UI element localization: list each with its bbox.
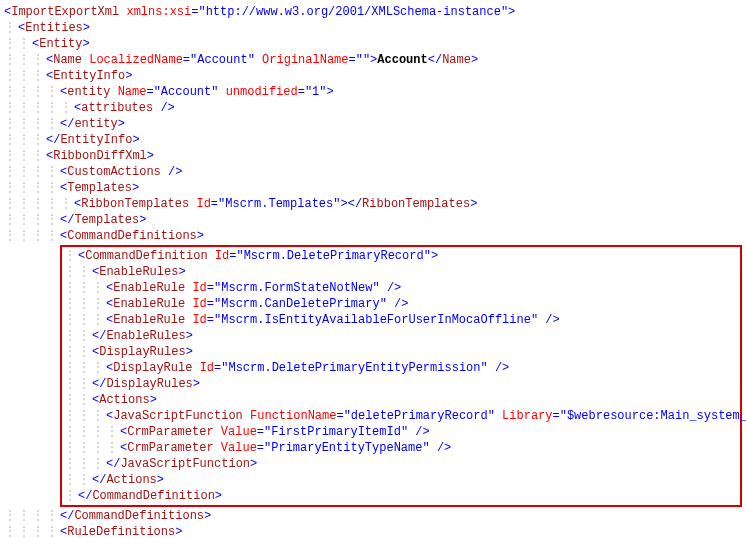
xml-line: ⋮⋮⋮<EnableRule Id="Mscrm.CanDeletePrimar… — [64, 296, 738, 312]
xml-line: ⋮⋮⋮<EnableRule Id="Mscrm.FormStateNotNew… — [64, 280, 738, 296]
xml-line: ⋮⋮⋮⋮<RuleDefinitions> — [4, 524, 742, 538]
xml-line: ⋮⋮</Actions> — [64, 472, 738, 488]
xml-line: ⋮⋮⋮⋮</CommandDefinitions> — [4, 508, 742, 524]
xml-line: ⋮⋮⋮<EnableRule Id="Mscrm.IsEntityAvailab… — [64, 312, 738, 328]
xml-line: ⋮⋮</DisplayRules> — [64, 376, 738, 392]
xml-line: ⋮⋮⋮<RibbonDiffXml> — [4, 148, 742, 164]
xml-line: ⋮⋮⋮<JavaScriptFunction FunctionName="del… — [64, 408, 738, 424]
xml-line: ⋮⋮<Actions> — [64, 392, 738, 408]
highlighted-block: ⋮<CommandDefinition Id="Mscrm.DeletePrim… — [60, 245, 742, 507]
xml-line: ⋮⋮⋮⋮</entity> — [4, 116, 742, 132]
xml-line: ⋮⋮⋮</EntityInfo> — [4, 132, 742, 148]
xml-line: ⋮⋮<DisplayRules> — [64, 344, 738, 360]
xml-line: ⋮⋮⋮</JavaScriptFunction> — [64, 456, 738, 472]
xml-line: ⋮⋮⋮⋮<Templates> — [4, 180, 742, 196]
xml-line: ⋮⋮<Entity> — [4, 36, 742, 52]
xml-line: ⋮</CommandDefinition> — [64, 488, 738, 504]
xml-line: ⋮⋮⋮⋮<CommandDefinitions> — [4, 228, 742, 244]
xml-line: ⋮⋮⋮⋮<CrmParameter Value="FirstPrimaryIte… — [64, 424, 738, 440]
xml-line: <ImportExportXml xmlns:xsi="http://www.w… — [4, 4, 742, 20]
xml-line: ⋮⋮⋮⋮⋮<RibbonTemplates Id="Mscrm.Template… — [4, 196, 742, 212]
xml-line: ⋮<Entities> — [4, 20, 742, 36]
xml-line: ⋮<CommandDefinition Id="Mscrm.DeletePrim… — [64, 248, 738, 264]
xml-line: ⋮⋮⋮⋮<CrmParameter Value="PrimaryEntityTy… — [64, 440, 738, 456]
xml-line: ⋮⋮⋮⋮<entity Name="Account" unmodified="1… — [4, 84, 742, 100]
xml-viewer: <ImportExportXml xmlns:xsi="http://www.w… — [4, 4, 742, 538]
xml-line: ⋮⋮⋮<EntityInfo> — [4, 68, 742, 84]
xml-line: ⋮⋮⋮<DisplayRule Id="Mscrm.DeletePrimaryE… — [64, 360, 738, 376]
xml-line: ⋮⋮⋮⋮<CustomActions /> — [4, 164, 742, 180]
xml-line: ⋮⋮<EnableRules> — [64, 264, 738, 280]
xml-line: ⋮⋮⋮⋮</Templates> — [4, 212, 742, 228]
xml-line: ⋮⋮⋮<Name LocalizedName="Account" Origina… — [4, 52, 742, 68]
xml-line: ⋮⋮⋮⋮⋮<attributes /> — [4, 100, 742, 116]
xml-line: ⋮⋮</EnableRules> — [64, 328, 738, 344]
